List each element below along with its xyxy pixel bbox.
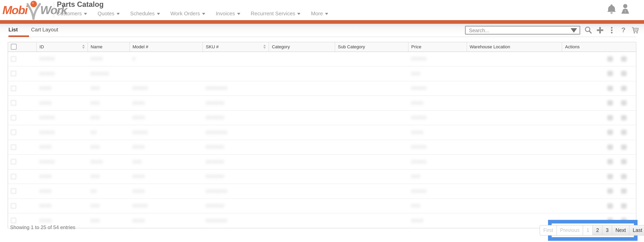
page-button-2[interactable]: 2 bbox=[592, 225, 603, 236]
row-action-icon[interactable] bbox=[607, 189, 613, 194]
nav-item-work-orders[interactable]: Work Orders bbox=[170, 10, 205, 16]
row-checkbox[interactable] bbox=[11, 115, 16, 120]
table-row[interactable]: 8888 888 88888 8888888 88888 bbox=[8, 81, 636, 96]
row-action-icon[interactable] bbox=[621, 174, 627, 179]
add-icon[interactable] bbox=[596, 26, 604, 34]
cell-select bbox=[8, 199, 37, 213]
cell-sku: 888888 bbox=[203, 140, 269, 154]
page-button-3[interactable]: 3 bbox=[602, 225, 612, 236]
row-action-icon[interactable] bbox=[621, 86, 627, 91]
table-row[interactable]: 8888 888 8888 888888 888 bbox=[8, 169, 636, 184]
notifications-bell-icon[interactable] bbox=[607, 4, 616, 14]
row-action-icon[interactable] bbox=[607, 86, 613, 91]
chevron-down-icon bbox=[202, 13, 205, 15]
sort-icon[interactable] bbox=[82, 45, 85, 49]
cell-sub-category bbox=[335, 199, 408, 213]
table-row[interactable]: 8888 888 8888 888888 88888 bbox=[8, 140, 636, 155]
table-row[interactable]: 88888 8888 8 88888 bbox=[8, 52, 636, 66]
row-checkbox[interactable] bbox=[11, 86, 16, 91]
row-action-icon[interactable] bbox=[621, 130, 627, 135]
row-checkbox[interactable] bbox=[11, 189, 16, 194]
header-divider bbox=[54, 2, 54, 18]
cell-id: 88888 bbox=[37, 125, 88, 140]
table-row[interactable]: 8888 88 8888 8888888 88888 bbox=[8, 184, 636, 199]
row-checkbox[interactable] bbox=[11, 100, 16, 106]
row-checkbox[interactable] bbox=[11, 174, 16, 179]
row-checkbox[interactable] bbox=[11, 130, 16, 135]
search-dropdown-icon[interactable] bbox=[570, 28, 577, 33]
column-header-model[interactable]: Model # bbox=[130, 42, 203, 51]
row-action-icon[interactable] bbox=[621, 115, 627, 120]
cell-id: 8888 bbox=[37, 96, 88, 110]
header-select-all[interactable] bbox=[8, 42, 37, 51]
column-header-sub-category[interactable]: Sub Category bbox=[335, 42, 408, 51]
tab-cart-layout[interactable]: Cart Layout bbox=[31, 26, 58, 32]
row-checkbox[interactable] bbox=[11, 145, 16, 150]
nav-item-invoices[interactable]: Invoices bbox=[216, 10, 240, 16]
more-options-icon[interactable] bbox=[608, 26, 616, 34]
row-action-icon[interactable] bbox=[621, 100, 627, 106]
table-row[interactable]: 88888 88 88888 8888888 8888 bbox=[8, 125, 636, 140]
column-header-id[interactable]: ID bbox=[37, 42, 88, 51]
cell-model: 8888 bbox=[130, 184, 203, 198]
row-action-icon[interactable] bbox=[621, 189, 627, 194]
cart-icon[interactable] bbox=[631, 26, 639, 34]
row-action-icon[interactable] bbox=[607, 203, 613, 209]
nav-item-more[interactable]: More bbox=[311, 10, 328, 16]
sort-icon[interactable] bbox=[263, 45, 266, 49]
row-action-icon[interactable] bbox=[621, 71, 627, 76]
table-row[interactable]: 88888 888888 888 bbox=[8, 66, 636, 81]
page-button-next[interactable]: Next bbox=[612, 225, 629, 236]
search-input[interactable] bbox=[468, 27, 566, 34]
cell-category bbox=[269, 125, 335, 140]
tab-list[interactable]: List bbox=[8, 26, 18, 32]
row-checkbox[interactable] bbox=[11, 159, 16, 165]
row-action-icon[interactable] bbox=[607, 56, 613, 62]
nav-item-schedules[interactable]: Schedules bbox=[130, 10, 160, 16]
table-row[interactable]: 8888 888 88888 888888 888 bbox=[8, 199, 636, 214]
column-header-warehouse-location[interactable]: Warehouse Location bbox=[467, 42, 562, 51]
nav-item-quotes[interactable]: Quotes bbox=[98, 10, 120, 16]
row-checkbox[interactable] bbox=[11, 56, 16, 62]
row-action-icon[interactable] bbox=[607, 130, 613, 135]
row-checkbox[interactable] bbox=[11, 218, 16, 223]
row-checkbox[interactable] bbox=[11, 203, 16, 209]
row-action-icon[interactable] bbox=[607, 174, 613, 179]
cell-price: 88888 bbox=[408, 52, 467, 66]
row-action-icon[interactable] bbox=[621, 56, 627, 62]
nav-item-recurrent-services[interactable]: Recurrent Services bbox=[250, 10, 300, 16]
row-action-icon[interactable] bbox=[607, 159, 613, 165]
cell-sku: 888888 bbox=[203, 169, 269, 184]
select-all-checkbox[interactable] bbox=[11, 44, 16, 49]
row-action-icon[interactable] bbox=[607, 100, 613, 106]
nav-item-label: Work Orders bbox=[170, 10, 200, 16]
help-icon[interactable]: ? bbox=[620, 26, 628, 34]
column-header-category[interactable]: Category bbox=[269, 42, 335, 51]
row-action-icon[interactable] bbox=[621, 203, 627, 209]
row-checkbox[interactable] bbox=[11, 71, 16, 76]
page-button-last[interactable]: Last bbox=[629, 225, 644, 236]
search-toolbar: ? bbox=[465, 26, 639, 35]
column-header-name[interactable]: Name bbox=[88, 42, 130, 51]
table-row[interactable]: 88888 8888 888 888888 88888 bbox=[8, 155, 636, 169]
cell-sub-category bbox=[335, 155, 408, 169]
column-header-price[interactable]: Price bbox=[408, 42, 467, 51]
user-profile-icon[interactable] bbox=[620, 4, 630, 14]
row-action-icon[interactable] bbox=[621, 159, 627, 165]
nav-item-customers[interactable]: Customers bbox=[56, 10, 87, 16]
column-header-sku[interactable]: SKU # bbox=[203, 42, 269, 51]
table-row[interactable]: 8888 888 8888 888888 8888 bbox=[8, 96, 636, 111]
row-action-icon[interactable] bbox=[607, 71, 613, 76]
row-action-icon[interactable] bbox=[621, 145, 627, 150]
row-action-icon[interactable] bbox=[607, 115, 613, 120]
cell-price: 88888 bbox=[408, 111, 467, 125]
row-action-icon[interactable] bbox=[607, 145, 613, 150]
cell-id: 8888 bbox=[37, 199, 88, 213]
cell-select bbox=[8, 140, 37, 154]
header-icons bbox=[607, 4, 630, 14]
page-button-1[interactable]: 1 bbox=[583, 225, 593, 236]
table-row[interactable]: 88888 888 8888 888888 88888 bbox=[8, 111, 636, 125]
search-icon[interactable] bbox=[584, 26, 592, 34]
column-header-actions[interactable]: Actions bbox=[562, 42, 636, 51]
cell-actions bbox=[562, 125, 636, 140]
